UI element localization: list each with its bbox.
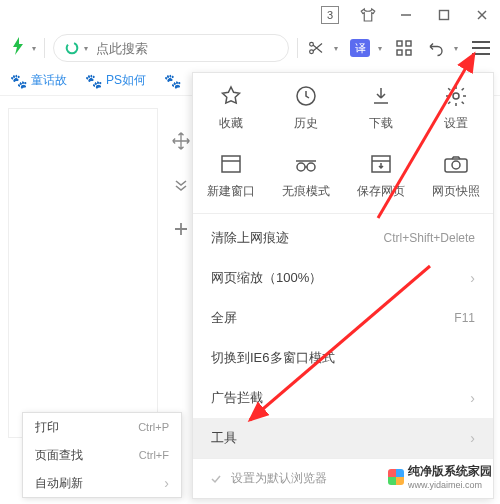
menu-fullscreen[interactable]: 全屏F11: [193, 298, 493, 338]
svg-rect-13: [222, 156, 240, 172]
menu-favorites[interactable]: 收藏: [193, 73, 268, 141]
skin-icon[interactable]: [356, 3, 380, 27]
translate-button[interactable]: 译: [350, 39, 370, 57]
incognito-icon: [293, 151, 319, 177]
scissors-caret-icon[interactable]: ▾: [334, 44, 338, 53]
search-box[interactable]: ▾: [53, 34, 289, 62]
snapshot-icon: [443, 151, 469, 177]
menu-zoom[interactable]: 网页缩放（100%）›: [193, 258, 493, 298]
submenu-auto-refresh[interactable]: 自动刷新›: [23, 469, 181, 497]
bookmark-label: 童话故: [31, 72, 67, 89]
menu-list: 清除上网痕迹Ctrl+Shift+Delete 网页缩放（100%）› 全屏F1…: [193, 218, 493, 458]
menu-label: 历史: [294, 115, 318, 132]
menu-label: 保存网页: [357, 183, 405, 200]
menu-snapshot[interactable]: 网页快照: [418, 141, 493, 209]
side-tool-strip: [170, 130, 192, 240]
save-page-icon: [368, 151, 394, 177]
menu-grid-secondary: 新建窗口 无痕模式 保存网页 网页快照: [193, 141, 493, 209]
history-icon: [293, 83, 319, 109]
menu-label: 下载: [369, 115, 393, 132]
menu-tools[interactable]: 工具›: [193, 418, 493, 458]
apps-icon[interactable]: [394, 38, 414, 58]
content-panel: [8, 108, 158, 438]
minimize-button[interactable]: [394, 3, 418, 27]
watermark: 纯净版系统家园 www.yidaimei.com: [388, 463, 492, 490]
tab-count-value: 3: [321, 6, 339, 24]
row-label: 清除上网痕迹: [211, 229, 289, 247]
watermark-title: 纯净版系统家园: [408, 463, 492, 480]
paw-icon: 🐾: [10, 73, 27, 89]
star-icon: [218, 83, 244, 109]
chevron-right-icon: ›: [470, 430, 475, 446]
undo-caret-icon[interactable]: ▾: [454, 44, 458, 53]
bookmark-item[interactable]: 🐾童话故: [10, 72, 67, 89]
bolt-caret-icon[interactable]: ▾: [32, 44, 36, 53]
translate-caret-icon[interactable]: ▾: [378, 44, 382, 53]
row-label: 网页缩放（100%）: [211, 269, 322, 287]
footer-label: 设置为默认浏览器: [231, 470, 327, 487]
search-input[interactable]: [96, 41, 278, 56]
separator: [297, 38, 298, 58]
check-icon: [209, 472, 223, 486]
row-label: 广告拦截: [211, 389, 263, 407]
main-menu-popup: 收藏 历史 下载 设置 新建窗口 无痕模式 保存网页 网页快照: [192, 72, 494, 499]
srow-hint: Ctrl+F: [139, 449, 169, 461]
menu-button[interactable]: [470, 37, 492, 59]
download-icon: [368, 83, 394, 109]
paw-icon: 🐾: [85, 73, 102, 89]
search-engine-icon: [64, 40, 80, 56]
row-label: 切换到IE6多窗口模式: [211, 349, 335, 367]
svg-rect-10: [406, 50, 411, 55]
engine-caret-icon[interactable]: ▾: [84, 44, 88, 53]
row-hint: Ctrl+Shift+Delete: [384, 231, 475, 245]
tools-submenu: 打印Ctrl+P 页面查找Ctrl+F 自动刷新›: [22, 412, 182, 498]
bookmark-item[interactable]: 🐾: [164, 73, 181, 89]
watermark-sub: www.yidaimei.com: [408, 480, 492, 490]
menu-adblock[interactable]: 广告拦截›: [193, 378, 493, 418]
menu-new-window[interactable]: 新建窗口: [193, 141, 268, 209]
submenu-print[interactable]: 打印Ctrl+P: [23, 413, 181, 441]
row-label: 工具: [211, 429, 237, 447]
menu-downloads[interactable]: 下载: [343, 73, 418, 141]
menu-save-page[interactable]: 保存网页: [343, 141, 418, 209]
window-titlebar: 3: [0, 0, 500, 30]
srow-label: 页面查找: [35, 447, 83, 464]
tab-count-badge[interactable]: 3: [318, 3, 342, 27]
svg-point-15: [297, 163, 305, 171]
chevron-right-icon: ›: [164, 475, 169, 491]
srow-label: 自动刷新: [35, 475, 83, 492]
menu-grid-primary: 收藏 历史 下载 设置: [193, 73, 493, 141]
menu-incognito[interactable]: 无痕模式: [268, 141, 343, 209]
menu-label: 无痕模式: [282, 183, 330, 200]
toolbar-actions: ▾ 译 ▾ ▾: [306, 37, 492, 59]
svg-point-12: [453, 93, 459, 99]
svg-rect-1: [440, 11, 449, 20]
bookmark-item[interactable]: 🐾PS如何: [85, 72, 146, 89]
submenu-find[interactable]: 页面查找Ctrl+F: [23, 441, 181, 469]
menu-label: 新建窗口: [207, 183, 255, 200]
menu-label: 收藏: [219, 115, 243, 132]
main-toolbar: ▾ ▾ ▾ 译 ▾ ▾: [0, 30, 500, 66]
row-label: 全屏: [211, 309, 237, 327]
separator: [44, 38, 45, 58]
srow-label: 打印: [35, 419, 59, 436]
undo-icon[interactable]: [426, 38, 446, 58]
menu-ie6-mode[interactable]: 切换到IE6多窗口模式: [193, 338, 493, 378]
paw-icon: 🐾: [164, 73, 181, 89]
chevron-right-icon: ›: [470, 270, 475, 286]
menu-history[interactable]: 历史: [268, 73, 343, 141]
row-hint: F11: [454, 311, 475, 325]
bolt-icon[interactable]: [8, 37, 28, 59]
svg-point-16: [307, 163, 315, 171]
plus-icon[interactable]: [170, 218, 192, 240]
maximize-button[interactable]: [432, 3, 456, 27]
double-chevron-down-icon[interactable]: [170, 174, 192, 196]
move-icon[interactable]: [170, 130, 192, 152]
scissors-icon[interactable]: [306, 38, 326, 58]
svg-point-4: [67, 43, 78, 54]
menu-settings[interactable]: 设置: [418, 73, 493, 141]
menu-clear-traces[interactable]: 清除上网痕迹Ctrl+Shift+Delete: [193, 218, 493, 258]
menu-label: 设置: [444, 115, 468, 132]
close-button[interactable]: [470, 3, 494, 27]
settings-icon: [443, 83, 469, 109]
